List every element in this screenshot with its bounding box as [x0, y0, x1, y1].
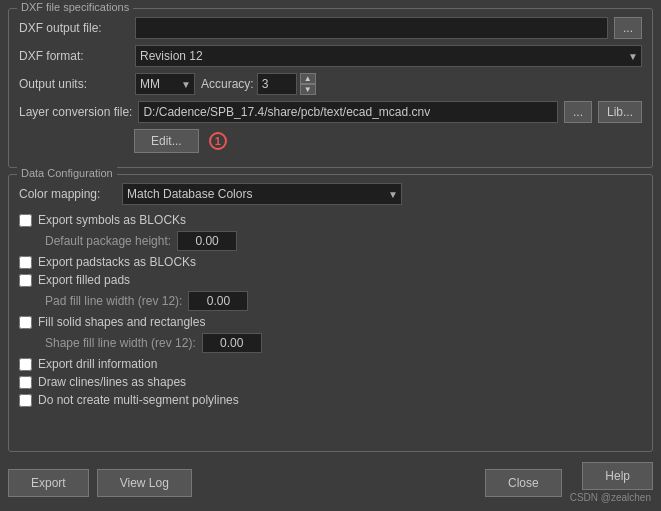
- units-select[interactable]: MM MILS INCH: [135, 73, 195, 95]
- pad-fill-label: Pad fill line width (rev 12):: [45, 294, 182, 308]
- export-drill-row: Export drill information: [19, 357, 642, 371]
- layer-file-row: Layer conversion file: ... Lib...: [19, 101, 642, 123]
- export-symbols-row: Export symbols as BLOCKs: [19, 213, 642, 227]
- fill-solid-label: Fill solid shapes and rectangles: [38, 315, 205, 329]
- footer-right: Close Help CSDN @zealchen: [485, 462, 653, 503]
- edit-row: Edit... 1: [19, 129, 642, 153]
- default-package-row: Default package height:: [19, 231, 642, 251]
- units-label: Output units:: [19, 77, 129, 91]
- shape-fill-label: Shape fill line width (rev 12):: [45, 336, 196, 350]
- export-padstacks-row: Export padstacks as BLOCKs: [19, 255, 642, 269]
- accuracy-label: Accuracy:: [201, 77, 254, 91]
- do-not-create-checkbox[interactable]: [19, 394, 32, 407]
- export-btn[interactable]: Export: [8, 469, 89, 497]
- do-not-create-label: Do not create multi-segment polylines: [38, 393, 239, 407]
- do-not-create-row: Do not create multi-segment polylines: [19, 393, 642, 407]
- units-select-wrapper: MM MILS INCH ▼: [135, 73, 195, 95]
- dxf-specs-group: DXF file specifications DXF output file:…: [8, 8, 653, 168]
- default-package-input[interactable]: [177, 231, 237, 251]
- shape-fill-input[interactable]: [202, 333, 262, 353]
- color-mapping-label: Color mapping:: [19, 187, 114, 201]
- footer-left: Export View Log: [8, 469, 192, 497]
- data-config-group: Data Configuration Color mapping: Match …: [8, 174, 653, 452]
- shape-fill-row: Shape fill line width (rev 12):: [19, 333, 642, 353]
- format-label: DXF format:: [19, 49, 129, 63]
- layer-file-label: Layer conversion file:: [19, 105, 132, 119]
- output-file-input[interactable]: [135, 17, 608, 39]
- export-filled-pads-row: Export filled pads: [19, 273, 642, 287]
- lib-btn[interactable]: Lib...: [598, 101, 642, 123]
- units-row: Output units: MM MILS INCH ▼ Accuracy: ▲…: [19, 73, 642, 95]
- output-file-label: DXF output file:: [19, 21, 129, 35]
- export-symbols-label: Export symbols as BLOCKs: [38, 213, 186, 227]
- accuracy-up-btn[interactable]: ▲: [300, 73, 316, 84]
- help-btn[interactable]: Help: [582, 462, 653, 490]
- close-btn[interactable]: Close: [485, 469, 562, 497]
- format-row: DXF format: Revision 12 Revision 14 Revi…: [19, 45, 642, 67]
- output-file-row: DXF output file: ...: [19, 17, 642, 39]
- export-filled-pads-label: Export filled pads: [38, 273, 130, 287]
- export-drill-checkbox[interactable]: [19, 358, 32, 371]
- dxf-specs-label: DXF file specifications: [17, 1, 133, 13]
- format-select-wrapper: Revision 12 Revision 14 Revision 2000 ▼: [135, 45, 642, 67]
- color-mapping-row: Color mapping: Match Database Colors Use…: [19, 183, 642, 205]
- pad-fill-input[interactable]: [188, 291, 248, 311]
- export-filled-pads-checkbox[interactable]: [19, 274, 32, 287]
- layer-file-input[interactable]: [138, 101, 558, 123]
- fill-solid-row: Fill solid shapes and rectangles: [19, 315, 642, 329]
- edit-btn[interactable]: Edit...: [134, 129, 199, 153]
- export-symbols-checkbox[interactable]: [19, 214, 32, 227]
- accuracy-row: Accuracy: ▲ ▼: [201, 73, 316, 95]
- export-padstacks-checkbox[interactable]: [19, 256, 32, 269]
- accuracy-spinners: ▲ ▼: [300, 73, 316, 95]
- accuracy-input[interactable]: [257, 73, 297, 95]
- view-log-btn[interactable]: View Log: [97, 469, 192, 497]
- default-package-label: Default package height:: [45, 234, 171, 248]
- watermark: CSDN @zealchen: [570, 492, 653, 503]
- accuracy-down-btn[interactable]: ▼: [300, 84, 316, 95]
- export-padstacks-label: Export padstacks as BLOCKs: [38, 255, 196, 269]
- color-select-wrapper: Match Database Colors Use Layer Colors ▼: [122, 183, 402, 205]
- draw-clines-checkbox[interactable]: [19, 376, 32, 389]
- fill-solid-checkbox[interactable]: [19, 316, 32, 329]
- output-file-browse-btn[interactable]: ...: [614, 17, 642, 39]
- format-select[interactable]: Revision 12 Revision 14 Revision 2000: [135, 45, 642, 67]
- color-mapping-select[interactable]: Match Database Colors Use Layer Colors: [122, 183, 402, 205]
- circle-num: 1: [209, 132, 227, 150]
- draw-clines-label: Draw clines/lines as shapes: [38, 375, 186, 389]
- data-config-label: Data Configuration: [17, 167, 117, 179]
- pad-fill-row: Pad fill line width (rev 12):: [19, 291, 642, 311]
- export-drill-label: Export drill information: [38, 357, 157, 371]
- footer: Export View Log Close Help CSDN @zealche…: [8, 458, 653, 503]
- draw-clines-row: Draw clines/lines as shapes: [19, 375, 642, 389]
- layer-browse-btn[interactable]: ...: [564, 101, 592, 123]
